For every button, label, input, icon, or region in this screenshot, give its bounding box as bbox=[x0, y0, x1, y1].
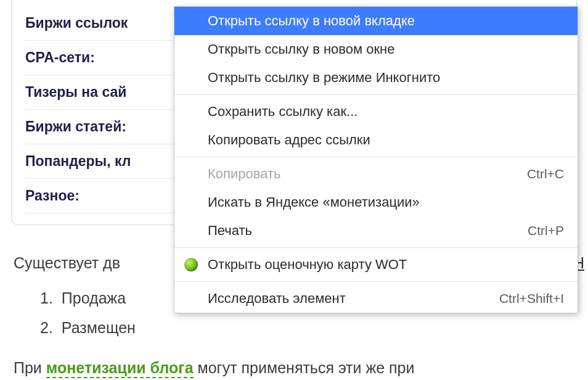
context-menu-shortcut: Ctrl+C bbox=[527, 167, 564, 181]
ordered-list: 1.Продажа 2.Размещен bbox=[40, 284, 136, 342]
text: могут применяться эти же при bbox=[194, 359, 415, 376]
context-menu-item[interactable]: Открыть ссылку в новом окне bbox=[174, 35, 578, 64]
context-menu-item-label: Открыть оценочную карту WOT bbox=[208, 257, 407, 273]
context-menu-item-label: Исследовать элемент bbox=[208, 291, 346, 307]
context-menu-item-label: Открыть ссылку в режиме Инкогнито bbox=[208, 70, 440, 86]
context-menu-item[interactable]: Открыть ссылку в новой вкладке bbox=[174, 7, 578, 35]
context-menu-item[interactable]: ПечатьCtrl+P bbox=[174, 217, 578, 245]
list-item: 1.Продажа bbox=[40, 284, 136, 313]
context-menu-item[interactable]: Копировать адрес ссылки bbox=[174, 126, 578, 154]
context-menu-separator bbox=[174, 247, 578, 248]
context-menu[interactable]: Открыть ссылку в новой вкладкеОткрыть сс… bbox=[174, 6, 578, 313]
context-menu-item-label: Сохранить ссылку как... bbox=[208, 104, 357, 120]
body-text: При монетизации блога могут применяться … bbox=[14, 359, 414, 377]
context-menu-item-label: Искать в Яндексе «монетизации» bbox=[208, 194, 420, 210]
body-text: Существует дв bbox=[14, 254, 120, 272]
context-menu-item-label: Копировать адрес ссылки bbox=[208, 132, 370, 148]
context-menu-item[interactable]: КопироватьCtrl+C bbox=[174, 160, 578, 188]
context-menu-separator bbox=[174, 157, 578, 157]
text: При bbox=[14, 359, 46, 376]
context-menu-item[interactable]: Сохранить ссылку как... bbox=[174, 97, 578, 126]
context-menu-item[interactable]: Искать в Яндексе «монетизации» bbox=[174, 188, 578, 217]
context-menu-separator bbox=[174, 281, 578, 282]
wot-icon bbox=[184, 258, 198, 271]
list-item: 2.Размещен bbox=[40, 313, 136, 343]
context-menu-item[interactable]: Открыть оценочную карту WOT bbox=[174, 250, 578, 279]
context-menu-shortcut: Ctrl+Shift+I bbox=[499, 291, 564, 306]
context-menu-item-label: Открыть ссылку в новом окне bbox=[208, 41, 395, 57]
context-menu-item[interactable]: Открыть ссылку в режиме Инкогнито bbox=[174, 64, 578, 92]
monetization-link[interactable]: монетизации блога bbox=[46, 359, 194, 378]
context-menu-shortcut: Ctrl+P bbox=[528, 223, 564, 238]
context-menu-item-label: Копировать bbox=[208, 166, 280, 182]
context-menu-item-label: Открыть ссылку в новой вкладке bbox=[208, 13, 415, 29]
context-menu-item[interactable]: Исследовать элементCtrl+Shift+I bbox=[174, 284, 578, 313]
context-menu-separator bbox=[174, 94, 578, 95]
context-menu-item-label: Печать bbox=[208, 223, 252, 239]
